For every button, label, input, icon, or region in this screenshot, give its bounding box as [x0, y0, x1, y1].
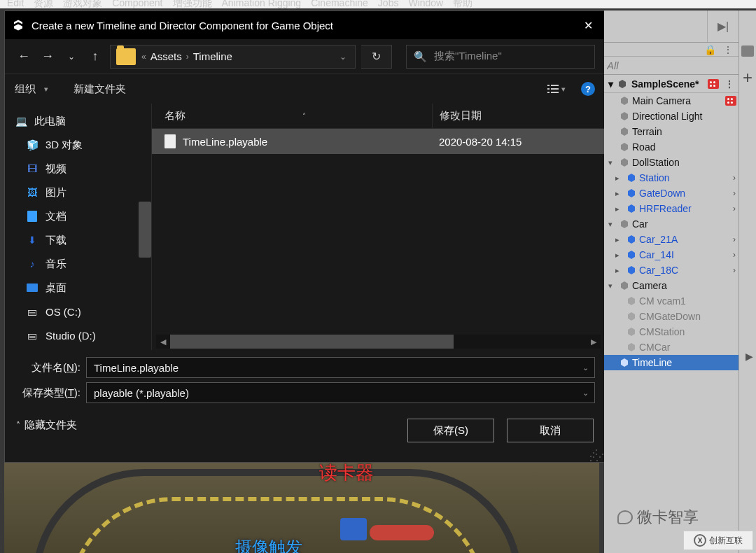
organize-caret-icon[interactable]: ▾	[44, 85, 48, 94]
hierarchy-item[interactable]: ▸Car_14I›	[604, 247, 738, 262]
search-input[interactable]: 🔍 搜索"Timeline"	[406, 45, 595, 69]
expand-icon[interactable]: ▸	[615, 251, 624, 260]
hierarchy-item[interactable]: Main Camera	[604, 93, 738, 108]
hierarchy-item[interactable]: CMCar	[604, 340, 738, 355]
file-list-hscroll[interactable]: ◀ ▶	[156, 335, 601, 349]
help-button[interactable]: ?	[581, 82, 595, 96]
lock-icon[interactable]: 🔒	[704, 44, 716, 55]
sidebar-desktop[interactable]: 桌面	[5, 276, 151, 300]
expand-icon[interactable]: ▾	[608, 78, 613, 90]
open-prefab-icon[interactable]: ›	[733, 188, 738, 198]
file-list-header[interactable]: 名称˄ 修改日期	[152, 104, 605, 129]
up-button[interactable]: ↑	[86, 46, 104, 68]
sidebar-music[interactable]: ♪音乐	[5, 252, 151, 276]
close-button[interactable]: ✕	[571, 11, 605, 39]
open-prefab-icon[interactable]: ›	[733, 173, 738, 183]
save-button[interactable]: 保存(S)	[407, 419, 494, 442]
hierarchy-item[interactable]: ▾DollStation	[604, 155, 738, 170]
hierarchy-item[interactable]: CMStation	[604, 324, 738, 340]
hierarchy-item[interactable]: ▸GateDown›	[604, 186, 738, 201]
chevron-down-icon[interactable]: ⌄	[582, 363, 589, 372]
hierarchy-item[interactable]: CM vcam1	[604, 293, 738, 309]
expand-icon[interactable]: ▸	[615, 174, 624, 183]
sidebar-downloads[interactable]: ⬇下载	[5, 228, 151, 252]
expand-icon[interactable]: ▾	[608, 281, 617, 290]
scroll-right-icon[interactable]: ▶	[587, 335, 601, 349]
sidebar-videos[interactable]: 🎞视频	[5, 157, 151, 181]
sidebar-scrollbar[interactable]	[139, 202, 151, 258]
hierarchy-item[interactable]: ▸Car_18C›	[604, 262, 738, 278]
scroll-left-icon[interactable]: ◀	[156, 335, 170, 349]
file-row[interactable]: TimeLine.playable 2020-08-20 14:15	[152, 129, 605, 154]
open-prefab-icon[interactable]: ›	[733, 234, 738, 244]
open-prefab-icon[interactable]: ›	[733, 204, 738, 214]
address-bar[interactable]: « Assets › Timeline ⌄	[110, 45, 356, 69]
menu-item[interactable]: 游戏对象	[63, 0, 102, 8]
expand-icon[interactable]: ▾	[608, 158, 617, 167]
hierarchy-search[interactable]	[604, 57, 738, 75]
recent-dropdown[interactable]: ⌄	[62, 46, 80, 68]
hierarchy-item[interactable]: ▸Station›	[604, 170, 738, 186]
menu-item[interactable]: Jobs	[378, 0, 399, 8]
menu-item[interactable]: Cinemachine	[311, 0, 368, 8]
menu-item[interactable]: Edit	[7, 0, 24, 8]
crumb-root-icon[interactable]: «	[141, 52, 146, 62]
sidebar-drive-d[interactable]: 🖴Studio (D:)	[5, 323, 151, 347]
chevron-down-icon[interactable]: ⌄	[582, 388, 589, 398]
expand-inspector-icon[interactable]: ▶	[746, 351, 753, 362]
expand-icon[interactable]: ▸	[615, 235, 624, 244]
hierarchy-item[interactable]: ▸HRFReader›	[604, 201, 738, 216]
menu-item[interactable]: Animation Rigging	[222, 0, 302, 8]
hierarchy-item[interactable]: CMGateDown	[604, 309, 738, 324]
menu-item[interactable]: 帮助	[453, 0, 472, 8]
col-name-label[interactable]: 名称	[164, 109, 186, 122]
refresh-button[interactable]: ↻	[361, 45, 392, 69]
hierarchy-item[interactable]: ▾Car	[604, 216, 738, 232]
titlebar[interactable]: Create a new Timeline and Director Compo…	[5, 11, 605, 39]
crumb-assets[interactable]: Assets	[150, 50, 182, 62]
expand-icon[interactable]: ▸	[615, 204, 624, 214]
cancel-button[interactable]: 取消	[507, 419, 594, 442]
crumb-timeline[interactable]: Timeline	[193, 50, 232, 62]
hierarchy-item[interactable]: ▾Camera	[604, 278, 738, 293]
hierarchy-item[interactable]: TimeLine	[604, 355, 738, 370]
forward-button[interactable]: →	[38, 46, 57, 68]
menu-item[interactable]: Component	[112, 0, 162, 8]
expand-icon[interactable]: ▸	[615, 189, 624, 198]
organize-menu[interactable]: 组织	[15, 83, 36, 96]
scene-header[interactable]: ▾SampleScene* ⋮	[604, 75, 738, 93]
scene-menu-icon[interactable]: ⋮	[724, 78, 734, 90]
sidebar-3d-objects[interactable]: 🧊3D 对象	[5, 133, 151, 157]
filename-input[interactable]: TimeLine.playable⌄	[86, 357, 595, 378]
add-tab-button[interactable]: +	[743, 64, 752, 88]
hierarchy-search-input[interactable]	[607, 59, 738, 71]
next-frame-button[interactable]: ▶|	[708, 10, 738, 42]
sidebar-drive-c[interactable]: 🖴OS (C:)	[5, 300, 151, 323]
back-button[interactable]: ←	[15, 46, 33, 68]
open-prefab-icon[interactable]: ›	[733, 250, 738, 260]
expand-icon[interactable]: ▾	[608, 220, 617, 229]
panel-menu-icon[interactable]: ⋮	[723, 44, 733, 55]
col-date-label[interactable]: 修改日期	[440, 109, 482, 122]
hierarchy-item[interactable]: ▸Car_21A›	[604, 232, 738, 247]
filetype-select[interactable]: playable (*.playable)⌄	[86, 382, 595, 403]
hierarchy-item[interactable]: Directional Light	[604, 108, 738, 124]
open-prefab-icon[interactable]: ›	[733, 265, 738, 275]
new-folder-button[interactable]: 新建文件夹	[74, 83, 126, 96]
menu-item[interactable]: Window	[408, 0, 443, 8]
expand-icon[interactable]: ▸	[615, 266, 624, 275]
address-dropdown[interactable]: ⌄	[331, 46, 355, 68]
hide-folders-toggle[interactable]: ˄隐藏文件夹	[16, 419, 77, 432]
scroll-thumb[interactable]	[170, 335, 454, 349]
sidebar-documents[interactable]: 文档	[5, 204, 151, 228]
view-mode-button[interactable]: ▾	[547, 84, 566, 94]
sidebar-pictures[interactable]: 🖼图片	[5, 181, 151, 204]
resize-grip-icon[interactable]: ⋰⋰⋰	[589, 451, 602, 459]
dock-tab-icon[interactable]	[741, 46, 754, 57]
menu-item[interactable]: 资源	[34, 0, 53, 8]
unity-menubar[interactable]: Edit资源游戏对象Component增强功能Animation Rigging…	[0, 0, 756, 8]
hierarchy-item[interactable]: Road	[604, 139, 738, 155]
sidebar-this-pc[interactable]: 💻此电脑	[5, 109, 151, 133]
hierarchy-item[interactable]: Terrain	[604, 124, 738, 139]
menu-item[interactable]: 增强功能	[173, 0, 212, 8]
